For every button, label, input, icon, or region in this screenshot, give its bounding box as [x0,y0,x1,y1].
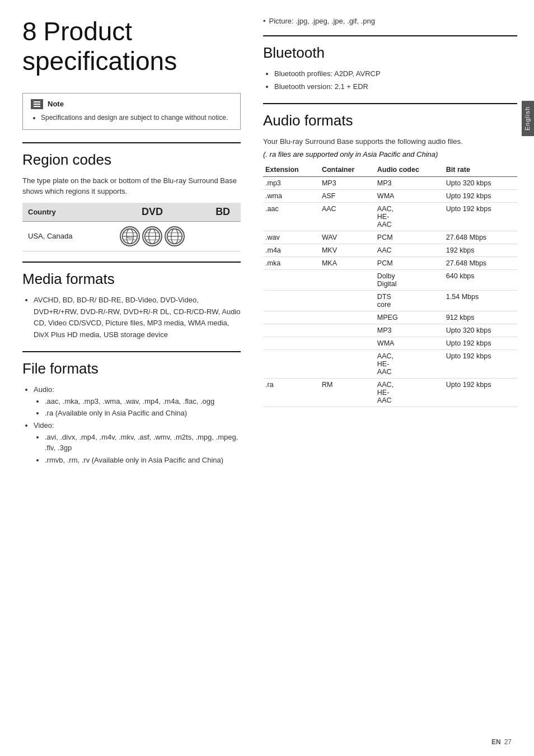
audio-cell-ext: .m4a [263,244,320,257]
audio-col-codec: Audio codec [375,163,444,177]
side-tab: English [522,101,534,136]
bluetooth-item-1: Bluetooth profiles: A2DP, AVRCP [274,68,517,80]
audio-cell-ext [263,291,320,311]
audio-table-row: DTS core1.54 Mbps [263,291,517,311]
table-row: USA, Canada [22,221,241,251]
audio-cell-codec: MP3 [375,324,444,337]
audio-table-row: .aacAACAAC, HE- AACUpto 192 kbps [263,203,517,231]
note-icon-lines [34,101,40,107]
audio-cell-codec: MPEG [375,311,444,324]
bluetooth-heading: Bluetooth [263,44,517,62]
audio-cell-codec: PCM [375,231,444,244]
audio-table-row: Dolby Digital640 kbps [263,270,517,291]
region-col-bd: BD [205,203,241,222]
audio-cell-ext [263,311,320,324]
page: English 8Productspecifications [0,0,534,756]
audio-table-row: MP3Upto 320 kbps [263,324,517,337]
audio-cell-bitrate: Upto 192 kbps [444,350,517,379]
audio-table-row: .mkaMKAPCM27.648 Mbps [263,257,517,270]
file-formats-audio-sub-1: .aac, .mka, .mp3, .wma, .wav, .mp4, .m4a… [45,396,241,407]
audio-table-row: AAC, HE- AACUpto 192 kbps [263,350,517,379]
note-box: Note Specifications and design are subje… [22,93,241,130]
note-line-2 [34,104,40,105]
note-line-1 [34,101,40,102]
audio-cell-bitrate: Upto 192 kbps [444,379,517,407]
audio-cell-container [320,337,375,350]
audio-cell-codec: WMA [375,337,444,350]
audio-cell-bitrate: 912 kbps [444,311,517,324]
file-formats-video-sub-2: .rmvb, .rm, .rv (Available only in Asia … [45,455,241,466]
note-icon [31,99,43,109]
audio-table: Extension Container Audio codec Bit rate… [263,163,517,407]
audio-table-row: .wavWAVPCM27.648 Mbps [263,231,517,244]
audio-cell-container [320,350,375,379]
file-formats-video-label: Video: [34,421,54,430]
chapter-number: 8 [22,17,37,46]
audio-cell-container: MP3 [320,177,375,190]
audio-cell-bitrate: Upto 192 kbps [444,337,517,350]
audio-cell-ext [263,350,320,379]
media-formats-list: AVCHD, BD, BD-R/ BD-RE, BD-Video, DVD-Vi… [34,295,241,341]
file-formats-video-sublist: .avi, .divx, .mp4, .m4v, .mkv, .asf, .wm… [45,432,241,466]
media-formats-heading: Media formats [22,270,241,288]
audio-col-bitrate: Bit rate [444,163,517,177]
bluetooth-list: Bluetooth profiles: A2DP, AVRCP Bluetoot… [274,68,517,93]
svg-text:ALL: ALL [127,235,133,239]
file-formats-heading: File formats [22,360,241,377]
audio-cell-ext [263,337,320,350]
file-formats-audio-label: Audio: [34,385,54,394]
audio-table-row: .raRMAAC, HE- AACUpto 192 kbps [263,379,517,407]
audio-cell-container [320,311,375,324]
audio-cell-container [320,324,375,337]
audio-col-extension: Extension [263,163,320,177]
region-col-dvd: DVD [100,203,205,222]
audio-cell-container: AAC [320,203,375,231]
region-icon-globe1 [142,226,162,246]
audio-cell-container [320,270,375,291]
right-column: Picture: .jpg, .jpeg, .jpe, .gif, .png B… [257,17,517,734]
region-codes-body: The type plate on the back or bottom of … [22,175,241,197]
note-label: Note [48,100,64,108]
audio-cell-container: MKA [320,257,375,270]
audio-cell-codec: WMA [375,190,444,203]
region-icon-globe2 [165,226,185,246]
audio-cell-ext: .wav [263,231,320,244]
audio-table-row: .wmaASFWMAUpto 192 kbps [263,190,517,203]
file-formats-audio-item: Audio: .aac, .mka, .mp3, .wma, .wav, .mp… [34,384,241,419]
audio-cell-bitrate: 192 kbps [444,244,517,257]
footer-page-number: 27 [504,738,512,746]
media-formats-item: AVCHD, BD, BD-R/ BD-RE, BD-Video, DVD-Vi… [34,295,241,341]
region-country: USA, Canada [22,221,100,251]
audio-table-row: MPEG912 kbps [263,311,517,324]
file-formats-audio-sub-2: .ra (Available only in Asia Pacific and … [45,408,241,419]
note-item-1: Specifications and design are subject to… [41,114,232,122]
chapter-title: 8Productspecifications [22,17,241,76]
file-formats-audio-sublist: .aac, .mka, .mp3, .wma, .wav, .mp4, .m4a… [45,396,241,419]
audio-cell-ext [263,324,320,337]
audio-cell-ext: .wma [263,190,320,203]
audio-cell-codec: AAC [375,244,444,257]
audio-cell-ext: .mp3 [263,177,320,190]
audio-col-container: Container [320,163,375,177]
region-codes-heading: Region codes [22,151,241,169]
audio-cell-bitrate: Upto 320 kbps [444,177,517,190]
audio-formats-divider [263,103,517,104]
file-formats-video-item: Video: .avi, .divx, .mp4, .m4v, .mkv, .a… [34,420,241,465]
audio-cell-codec: Dolby Digital [375,270,444,291]
audio-cell-codec: DTS core [375,291,444,311]
audio-cell-container: ASF [320,190,375,203]
media-formats-divider [22,262,241,263]
audio-cell-bitrate: 640 kbps [444,270,517,291]
audio-cell-codec: AAC, HE- AAC [375,379,444,407]
audio-cell-ext: .mka [263,257,320,270]
audio-formats-intro: Your Blu-ray Surround Base supports the … [263,136,517,147]
audio-cell-bitrate: 27.648 Mbps [444,257,517,270]
bluetooth-item-2: Bluetooth version: 2.1 + EDR [274,81,517,93]
audio-cell-bitrate: 1.54 Mbps [444,291,517,311]
region-codes-divider [22,142,241,143]
footer-lang: EN [491,738,501,746]
audio-cell-codec: AAC, HE- AAC [375,350,444,379]
audio-cell-ext: .aac [263,203,320,231]
page-footer: EN 27 [491,738,512,746]
bluetooth-divider [263,35,517,36]
